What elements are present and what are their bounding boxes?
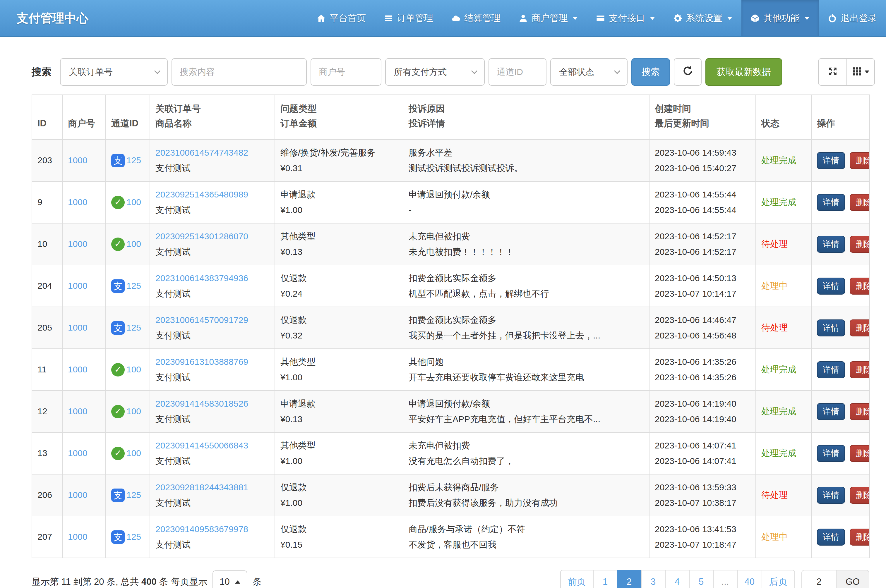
- search-input[interactable]: [171, 58, 307, 86]
- pagination-prev[interactable]: 前页: [560, 570, 593, 588]
- cell-complaint: 扣费后未获得商品/服务 扣费后没有获得该服务，助力没有成功: [403, 474, 649, 516]
- delete-button[interactable]: 删除: [850, 278, 869, 295]
- refresh-button[interactable]: [674, 58, 701, 86]
- merchant-link[interactable]: 1000: [68, 239, 87, 249]
- pagination-page[interactable]: 4: [665, 570, 689, 588]
- merchant-link[interactable]: 1000: [68, 155, 87, 165]
- nav-item-payment-interface[interactable]: 支付接口: [587, 0, 664, 36]
- merchant-link[interactable]: 1000: [68, 364, 87, 374]
- nav-item-platform-home[interactable]: 平台首页: [308, 0, 375, 36]
- order-link[interactable]: 2023100614570091729: [155, 315, 248, 325]
- delete-button[interactable]: 删除: [850, 529, 869, 546]
- columns-button[interactable]: [847, 58, 875, 86]
- product-name: 支付测试: [155, 412, 269, 427]
- fullscreen-button[interactable]: [818, 58, 847, 86]
- cell-order: 2023091414583018526 支付测试: [150, 390, 275, 432]
- detail-button[interactable]: 详情: [817, 236, 845, 253]
- nav-item-label: 平台首页: [330, 12, 366, 24]
- delete-button[interactable]: 删除: [850, 361, 869, 378]
- delete-button[interactable]: 删除: [850, 403, 869, 420]
- nav-item-other-functions[interactable]: 其他功能: [742, 0, 819, 36]
- cell-merchant: 1000: [62, 182, 106, 223]
- pagination-page[interactable]: 1: [593, 570, 617, 588]
- updated-time: 2023-10-07 10:38:17: [655, 495, 750, 511]
- updated-time: 2023-10-06 14:52:17: [655, 244, 750, 260]
- detail-button[interactable]: 详情: [817, 152, 845, 169]
- created-time: 2023-10-06 14:07:41: [655, 438, 750, 453]
- order-link[interactable]: 2023100614574743482: [155, 148, 248, 158]
- complaint-detail: 平安好车主APP充电充值，但好车主平台充电不...: [408, 412, 644, 427]
- delete-button[interactable]: 删除: [850, 320, 869, 336]
- channel-link[interactable]: 100: [126, 362, 141, 377]
- merchant-link[interactable]: 1000: [68, 532, 87, 542]
- delete-button[interactable]: 删除: [850, 152, 869, 169]
- merchant-link[interactable]: 1000: [68, 406, 87, 416]
- pagination-next[interactable]: 后页: [761, 570, 795, 588]
- detail-button[interactable]: 详情: [817, 403, 845, 420]
- search-button[interactable]: 搜索: [631, 58, 670, 86]
- detail-button[interactable]: 详情: [817, 194, 845, 211]
- detail-button[interactable]: 详情: [817, 529, 845, 546]
- order-link[interactable]: 2023091414583018526: [155, 399, 248, 408]
- status-select[interactable]: 全部状态: [550, 58, 628, 86]
- channel-link[interactable]: 100: [126, 236, 141, 252]
- pagination-page[interactable]: 2: [617, 570, 641, 588]
- nav-item-order-mgmt[interactable]: 订单管理: [375, 0, 442, 36]
- order-link[interactable]: 2023100614383794936: [155, 273, 248, 283]
- channel-link[interactable]: 125: [126, 320, 141, 336]
- delete-button[interactable]: 删除: [850, 487, 869, 504]
- nav-item-system-settings[interactable]: 系统设置: [664, 0, 742, 36]
- pagination-page[interactable]: 5: [689, 570, 713, 588]
- delete-button[interactable]: 删除: [850, 194, 869, 211]
- channel-link[interactable]: 125: [126, 278, 141, 294]
- paytype-select[interactable]: 所有支付方式: [385, 58, 485, 86]
- page-size-dropdown[interactable]: 10: [213, 570, 247, 588]
- channel-link[interactable]: 125: [126, 153, 141, 168]
- updated-time: 2023-10-06 14:07:41: [655, 453, 750, 469]
- nav-item-settlement-mgmt[interactable]: 结算管理: [442, 0, 510, 36]
- channel-id-input[interactable]: [488, 58, 547, 86]
- merchant-link[interactable]: 1000: [68, 281, 87, 291]
- channel-link[interactable]: 100: [126, 446, 141, 461]
- search-field-select[interactable]: 关联订单号: [60, 58, 168, 86]
- channel-link[interactable]: 125: [126, 488, 141, 503]
- updated-time: 2023-10-06 15:40:27: [655, 160, 750, 176]
- cell-actions: 详情 删除: [811, 265, 869, 307]
- nav-item-merchant-mgmt[interactable]: 商户管理: [510, 0, 587, 36]
- merchant-link[interactable]: 1000: [68, 197, 87, 207]
- merchant-input[interactable]: [311, 58, 381, 86]
- issue-type: 其他类型: [281, 438, 398, 453]
- detail-button[interactable]: 详情: [817, 361, 845, 378]
- order-link[interactable]: 2023091409583679978: [155, 524, 248, 534]
- columns-grid-icon: [852, 66, 862, 78]
- delete-button[interactable]: 删除: [850, 445, 869, 462]
- order-link[interactable]: 2023092514301286070: [155, 231, 248, 241]
- wechat-icon: ✓: [111, 237, 125, 251]
- alipay-icon: 支: [111, 279, 125, 293]
- detail-button[interactable]: 详情: [817, 445, 845, 462]
- detail-button[interactable]: 详情: [817, 487, 845, 504]
- detail-button[interactable]: 详情: [817, 320, 845, 336]
- channel-link[interactable]: 100: [126, 404, 141, 419]
- issue-type: 申请退款: [281, 396, 398, 412]
- order-link[interactable]: 2023092818244343881: [155, 482, 248, 492]
- pagination-page[interactable]: 3: [641, 570, 665, 588]
- channel-link[interactable]: 100: [126, 195, 141, 210]
- channel-link[interactable]: 125: [126, 529, 141, 545]
- fetch-latest-button[interactable]: 获取最新数据: [706, 58, 782, 86]
- cell-actions: 详情 删除: [811, 223, 869, 265]
- pagination-page[interactable]: 40: [737, 570, 762, 588]
- status-text: 处理完成: [761, 155, 796, 165]
- merchant-link[interactable]: 1000: [68, 490, 87, 500]
- order-link[interactable]: 2023091613103888769: [155, 357, 248, 366]
- delete-button[interactable]: 删除: [850, 236, 869, 253]
- go-button[interactable]: GO: [836, 570, 869, 588]
- page-jump-input[interactable]: [801, 570, 836, 588]
- nav-item-logout[interactable]: 退出登录: [819, 0, 886, 36]
- app-brand[interactable]: 支付管理中心: [0, 0, 100, 36]
- order-link[interactable]: 2023091414550066843: [155, 441, 248, 450]
- merchant-link[interactable]: 1000: [68, 448, 87, 458]
- detail-button[interactable]: 详情: [817, 278, 845, 295]
- merchant-link[interactable]: 1000: [68, 322, 87, 332]
- order-link[interactable]: 2023092514365480989: [155, 190, 248, 199]
